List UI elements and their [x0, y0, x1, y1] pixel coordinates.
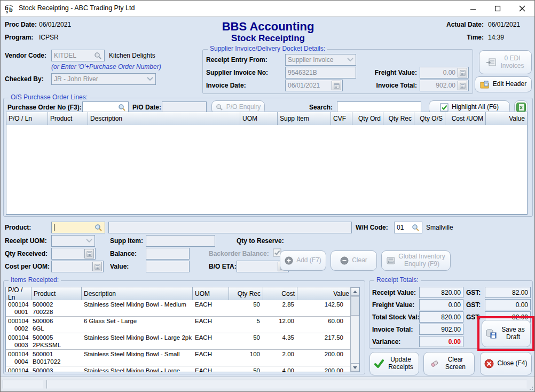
maximize-button[interactable] [485, 1, 510, 17]
status-cell [3, 380, 43, 389]
po-col-header: Product [48, 112, 88, 125]
supplier-invoice-no-label: Supplier Invoice No: [206, 69, 268, 76]
edit-header-button[interactable]: Edit Header [475, 76, 532, 92]
product-label: Product: [5, 224, 31, 231]
po-date-label: P/O Date: [132, 104, 161, 111]
excel-icon [516, 103, 526, 112]
scroll-down-button[interactable] [351, 363, 359, 372]
supplier-invoice-no-value: 9546321B [288, 69, 317, 76]
variance-box: 0.00 [419, 336, 463, 347]
update-receipts-button[interactable]: Update Receipts [369, 352, 419, 375]
chevron-down-icon [86, 239, 92, 243]
close-form-button[interactable]: Close (F4) [480, 352, 532, 375]
invoice-date-label: Invoice Date: [206, 82, 246, 89]
proc-date-label: Proc Date: [5, 21, 37, 28]
folder-edit-icon [480, 81, 490, 89]
po-table-body[interactable] [6, 125, 527, 214]
po-col-header: Qty O/S [414, 112, 445, 125]
receipt-uom-select [51, 235, 95, 247]
variance-label: Variance: [372, 338, 400, 346]
checked-by-label: Checked By: [5, 75, 44, 83]
actual-date-label: Actual Date: [446, 21, 484, 28]
status-bar [1, 377, 534, 391]
vendor-name: Kitchen Delights [109, 52, 155, 59]
magnifier-icon [412, 224, 420, 232]
red-close-icon [484, 359, 494, 369]
vendor-hint: (or Enter 'O'+Purchase Order Number) [51, 63, 161, 70]
supp-item-label: Supp Item: [110, 237, 143, 245]
items-table: P/O / Ln Product Description UOM Qty Rec… [5, 287, 360, 372]
freight-total-box: 0.00 [419, 299, 463, 310]
calculator-icon [84, 249, 94, 258]
app-logo-icon: b b s [5, 4, 15, 14]
invoice-total-sum-box: 902.00 [419, 324, 463, 335]
screen-title: Stock Receipting [231, 33, 305, 44]
chevron-down-icon [147, 77, 153, 81]
save-as-draft-button[interactable]: Save as Draft [482, 320, 531, 347]
po-enquiry-label: P/O Enquiry [226, 104, 261, 111]
balance-label: Balance: [110, 250, 137, 257]
close-form-label: Close (F4) [497, 360, 527, 367]
product-input[interactable] [51, 222, 105, 233]
items-table-body: 0001040001 500002700228 Stainless Steel … [6, 300, 350, 372]
close-icon [520, 6, 525, 11]
po-col-header: CVF [331, 112, 352, 125]
po-col-header: Cost /UOM [445, 112, 486, 125]
items-col-header: UOM [193, 287, 229, 300]
receipt-entry-from-label: Receipt Entry From: [206, 56, 268, 64]
magnifier-icon [95, 224, 103, 232]
text-cursor [54, 224, 54, 231]
items-col-header: Cost [263, 287, 297, 300]
search-label: Search: [309, 104, 333, 111]
clear-screen-button[interactable]: Clear Screen [423, 352, 475, 375]
wh-name: Smallville [426, 224, 453, 231]
table-row[interactable]: 0001040001 500002700228 Stainless Steel … [6, 300, 350, 317]
calculator-icon [458, 68, 467, 77]
checked-checkbox-icon [440, 103, 449, 112]
table-row[interactable]: 0001040004 500001B0017022 Stainless Stee… [6, 350, 350, 366]
edi-invoices-label: 0 EDI Invoices [500, 55, 525, 70]
program-label: Program: [5, 34, 33, 41]
table-row[interactable]: 000104 500003 Stainless Steel Mixing Bow… [6, 366, 350, 372]
magnifier-icon [216, 104, 223, 111]
wh-code-input[interactable]: 01 [394, 222, 422, 233]
app-title: BBS Accounting [222, 20, 314, 34]
total-stock-label: Total Stock Val: [372, 313, 419, 321]
table-row[interactable]: 0001040003 5000052PKSSML Stainless Steel… [6, 333, 350, 350]
magnifier-icon [94, 52, 102, 60]
minimize-button[interactable] [461, 1, 485, 17]
gst-value-box: 82.00 [485, 287, 531, 298]
gst-value-box: 0.00 [485, 299, 531, 310]
save-draft-icon [486, 329, 497, 339]
value-input [146, 261, 190, 272]
eraser-icon [430, 359, 439, 368]
highlight-all-label: Highlight All (F6) [452, 104, 499, 111]
scroll-thumb[interactable] [351, 296, 359, 316]
inventory-icon [387, 257, 395, 264]
scroll-up-button[interactable] [351, 287, 359, 296]
gst-label: GST: [466, 313, 481, 321]
invoice-total-sum-label: Invoice Total: [372, 326, 413, 333]
table-row[interactable]: 0001040002 5000066GL 6 Glass Set - Large… [6, 317, 350, 333]
items-col-header: Value [297, 287, 351, 300]
plus-circle-icon [285, 256, 293, 265]
freight-value-label: Freight Value: [375, 69, 417, 76]
close-button[interactable] [510, 1, 534, 17]
po-no-label: Purchase Order No (F3): [7, 104, 82, 111]
resize-grip[interactable] [528, 385, 533, 390]
vendor-code-value: KITDEL [54, 52, 76, 59]
items-col-header: Qty Rec [229, 287, 263, 300]
items-scrollbar[interactable] [350, 287, 359, 372]
po-col-header: Description [88, 112, 240, 125]
add-label: Add (F7) [296, 257, 321, 264]
arrow-down-icon [353, 366, 357, 369]
items-col-header: P/O / Ln [6, 287, 32, 300]
balance-input [146, 248, 190, 260]
po-col-header: UOM [240, 112, 278, 125]
backorder-balance-label: Backorder Balance: [209, 250, 269, 257]
freight-total-label: Freight Value: [372, 301, 414, 309]
invoice-total-input: 902.00 [420, 80, 469, 91]
clear-line-button: Clear [331, 250, 377, 271]
invoice-total-label: Invoice Total: [376, 82, 417, 89]
vendor-code-input: KITDEL [51, 50, 105, 61]
